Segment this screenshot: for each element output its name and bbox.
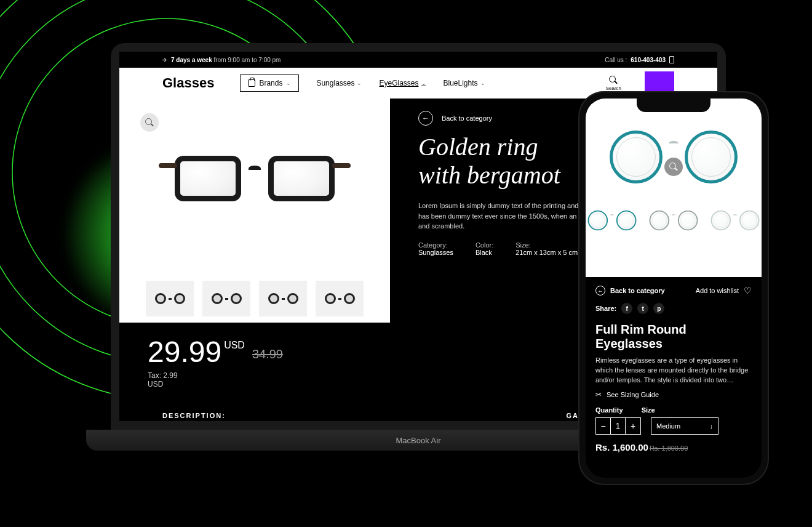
bag-icon <box>248 79 255 87</box>
brands-label: Brands <box>259 79 282 87</box>
product-thumb[interactable] <box>146 281 194 316</box>
phone-product-image <box>586 99 762 277</box>
phone-notch <box>637 99 710 112</box>
add-to-wishlist[interactable]: Add to wishlist ♡ <box>696 286 752 296</box>
pinterest-icon[interactable]: p <box>653 303 664 314</box>
product-thumb[interactable] <box>316 281 364 316</box>
share-row: Share: f t p <box>595 303 752 314</box>
qty-minus[interactable]: − <box>596 418 611 434</box>
hours-rest: from 9:00 am to 7:00 pm <box>214 57 281 63</box>
call-us-label: Call us : <box>605 57 627 63</box>
hours-bold: 7 days a week <box>171 57 212 63</box>
qty-value: 1 <box>611 418 626 434</box>
search-icon <box>669 163 678 171</box>
back-label[interactable]: Back to category <box>610 287 665 294</box>
price-value: 29.99 USD <box>148 335 245 369</box>
product-thumbnails <box>119 281 390 316</box>
product-thumb[interactable] <box>259 281 307 316</box>
nav-link-sunglasses[interactable]: Sunglasses⌄ <box>316 79 362 87</box>
quantity-label: Quantity <box>595 406 623 414</box>
nav-link-eyeglasses[interactable]: EyeGlasses⌄ <box>379 79 426 87</box>
size-select[interactable]: Medium ↓ <box>651 417 718 435</box>
product-thumb[interactable] <box>202 281 250 316</box>
phone-price: Rs. 1,600.00Rs. 1,800.00 <box>595 442 752 453</box>
product-thumb[interactable] <box>710 209 760 231</box>
chevron-down-icon: ⌄ <box>480 80 485 86</box>
size-label: Size <box>642 406 655 414</box>
phone-number[interactable]: 610-403-403 <box>631 57 666 63</box>
quantity-stepper[interactable]: − 1 + <box>595 417 641 435</box>
device-icon <box>669 56 674 63</box>
search-icon <box>145 118 154 127</box>
phone-thumbnails <box>587 209 760 231</box>
image-zoom-button[interactable] <box>140 113 159 132</box>
back-button[interactable]: ← <box>418 111 433 126</box>
product-thumb[interactable] <box>587 209 637 231</box>
nav-link-bluelights[interactable]: BlueLights⌄ <box>444 79 485 87</box>
search-button[interactable]: Search <box>606 76 621 91</box>
chevron-down-icon: ⌄ <box>286 80 291 86</box>
chevron-down-icon: ⌄ <box>421 80 426 86</box>
glasses-illustration <box>175 156 335 201</box>
product-thumb[interactable] <box>649 209 698 231</box>
description-section: DESCRIPTION: In the simplest sense, an o… <box>162 412 444 421</box>
back-label[interactable]: Back to category <box>442 115 492 122</box>
chevron-down-icon: ⌄ <box>357 80 362 86</box>
facebook-icon[interactable]: f <box>621 303 632 314</box>
phone-product-info: ← Back to category Add to wishlist ♡ Sha… <box>586 277 762 459</box>
sizing-guide-link[interactable]: ✂ See Sizing Guide <box>595 390 752 399</box>
scissors-icon: ✂ <box>595 390 602 399</box>
chevron-down-icon: ↓ <box>710 422 714 430</box>
price-old: 34.99 <box>252 347 283 361</box>
site-logo[interactable]: Glasses <box>162 75 214 91</box>
heart-icon: ♡ <box>744 286 752 296</box>
phone-mockup: ← Back to category Add to wishlist ♡ Sha… <box>578 91 769 485</box>
twitter-icon[interactable]: t <box>637 303 648 314</box>
qty-plus[interactable]: + <box>626 418 640 434</box>
brands-dropdown[interactable]: Brands ⌄ <box>240 74 299 92</box>
image-zoom-button[interactable] <box>664 158 683 176</box>
paper-plane-icon: ✈ <box>162 57 167 63</box>
announcement-bar: ✈ 7 days a week from 9:00 am to 7:00 pm … <box>119 52 717 68</box>
search-icon <box>609 76 618 84</box>
product-main-image[interactable] <box>119 99 390 259</box>
product-image-panel <box>119 99 390 323</box>
phone-product-description: Rimless eyeglasses are a type of eyeglas… <box>595 356 752 385</box>
phone-product-title: Full Rim Round Eyeglasses <box>595 323 752 351</box>
back-button[interactable]: ← <box>595 286 605 296</box>
